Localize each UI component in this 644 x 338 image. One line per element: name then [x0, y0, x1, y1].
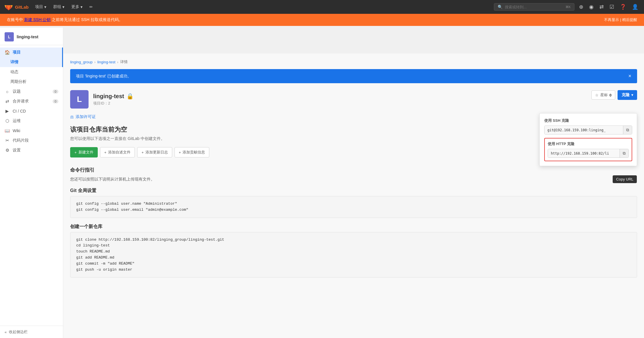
- gitlab-label: GitLab: [15, 5, 29, 10]
- ssh-copy-button[interactable]: ⧉: [623, 126, 632, 134]
- star-icon: ☆: [595, 93, 599, 97]
- project-title: linging-test 🔒: [93, 93, 134, 100]
- sidebar-nav: 🏠 项目 详情 动态 周期分析 ○ 议题 0 ⇄ 合并请求 0: [0, 45, 63, 157]
- collapse-icon: «: [5, 330, 7, 334]
- sidebar-item-activity[interactable]: 动态: [0, 67, 63, 77]
- license-icon: ⚖: [70, 115, 74, 119]
- changelog-plus-icon: +: [141, 150, 144, 155]
- new-repo-title: 创建一个新仓库: [70, 224, 637, 230]
- sidebar-item-project[interactable]: 🏠 项目: [0, 48, 63, 57]
- ssh-url-input[interactable]: [545, 126, 623, 134]
- add-license-label: 添加许可证: [76, 114, 96, 119]
- clone-button[interactable]: 克隆 ▾: [618, 90, 637, 100]
- main-content: linging_group › linging-test › 详情 项目 'li…: [63, 54, 644, 338]
- cmd-section-desc: 您还可以按照以下说明从计算机上传现有文件。: [70, 177, 637, 182]
- issues-badge: 0: [53, 90, 58, 94]
- search-icon: 🔍: [498, 5, 503, 9]
- http-clone-title: 使用 HTTP 克隆: [548, 141, 629, 147]
- nav-more[interactable]: 更多 ▾: [68, 3, 85, 11]
- sidebar-label-details: 详情: [10, 60, 18, 65]
- lock-icon: 🔒: [126, 93, 134, 100]
- sidebar-item-details[interactable]: 详情: [0, 57, 63, 67]
- merge-icon: ⇄: [5, 99, 10, 104]
- user-avatar[interactable]: 👤: [631, 3, 639, 11]
- search-bar: 🔍 ⌘K: [494, 3, 574, 11]
- breadcrumb-group[interactable]: linging_group: [70, 60, 93, 64]
- merge-icon[interactable]: ⇄: [598, 3, 605, 11]
- collapse-label: 收起侧边栏: [9, 329, 28, 335]
- success-alert: 项目 'linging-test' 已创建成功。 ×: [70, 69, 637, 83]
- add-contributing-button[interactable]: + 添加贡献信息: [175, 147, 210, 157]
- sidebar-item-merge[interactable]: ⇄ 合并请求 0: [0, 96, 63, 106]
- add-readme-button[interactable]: + 添加自述文件: [100, 147, 135, 157]
- sidebar-label-issues: 议题: [13, 89, 21, 94]
- project-id: 项目ID：2: [93, 101, 134, 106]
- cicd-icon: ▶: [5, 109, 10, 114]
- breadcrumb-project[interactable]: linging-test: [97, 60, 115, 64]
- star-label: 星标: [600, 92, 608, 98]
- merge-badge: 0: [53, 99, 58, 103]
- sidebar-item-cicd[interactable]: ▶ CI / CD: [0, 106, 63, 116]
- breadcrumb: linging_group › linging-test › 详情: [70, 59, 637, 64]
- new-repo-code: git clone http://192.168.159.100:82/ling…: [70, 232, 637, 278]
- add-changelog-button[interactable]: + 添加更新日志: [137, 147, 172, 157]
- snippets-icon: ✂: [5, 138, 10, 143]
- project-info: L linging-test 🔒 项目ID：2: [70, 90, 134, 109]
- star-count: 0: [610, 93, 612, 97]
- contributing-plus-icon: +: [179, 150, 181, 155]
- readme-plus-icon: +: [104, 150, 107, 155]
- project-name: linging-test: [93, 93, 124, 100]
- issue-icon[interactable]: ◉: [588, 3, 595, 11]
- sidebar-item-snippets[interactable]: ✂ 代码片段: [0, 136, 63, 145]
- sidebar-label-settings: 设置: [13, 148, 21, 153]
- sidebar-label-ops: 运维: [13, 118, 21, 124]
- chevron-down-icon: ▾: [631, 93, 633, 97]
- sidebar-label-cicd: CI / CD: [13, 109, 26, 113]
- breadcrumb-current: 详情: [120, 59, 128, 64]
- wiki-icon: 📖: [5, 128, 10, 133]
- navbar: GitLab 项目 ▾ 群组 ▾ 更多 ▾ ✏ 🔍 ⌘K ⊕ ◉ ⇄ ☑ ❓ 👤: [0, 0, 644, 14]
- nav-pen[interactable]: ✏: [87, 3, 96, 11]
- navbar-icons: ⊕ ◉ ⇄ ☑ ❓ 👤: [578, 3, 639, 11]
- new-file-button[interactable]: + 新建文件: [70, 147, 98, 157]
- ops-icon: ⬡: [5, 118, 10, 124]
- issues-icon: ○: [5, 89, 10, 94]
- sidebar-item-ops[interactable]: ⬡ 运维: [0, 116, 63, 126]
- banner-dismiss[interactable]: 不再显示 | 稍后提醒: [604, 17, 637, 22]
- http-url-row: ⧉: [548, 149, 629, 158]
- help-icon[interactable]: ❓: [619, 3, 627, 11]
- sidebar-item-wiki[interactable]: 📖 Wiki: [0, 126, 63, 136]
- clone-dropdown: 使用 SSH 克隆 ⧉ 使用 HTTP 克隆 ⧉ Copy URL: [539, 113, 637, 166]
- http-url-input[interactable]: [548, 149, 620, 157]
- git-global-code: git config --global user.name "Administr…: [70, 196, 637, 218]
- plus-icon: +: [74, 150, 77, 155]
- alert-close-btn[interactable]: ×: [628, 73, 631, 79]
- sidebar-item-issues[interactable]: ○ 议题 0: [0, 87, 63, 96]
- project-avatar: L: [70, 90, 89, 109]
- sidebar-label-snippets: 代码片段: [13, 138, 29, 143]
- http-clone-section: 使用 HTTP 克隆 ⧉: [544, 138, 632, 161]
- banner-ssh-link[interactable]: 新建 SSH 公钥: [24, 17, 51, 22]
- todo-icon[interactable]: ☑: [608, 3, 615, 11]
- sidebar-label-merge: 合并请求: [13, 99, 29, 104]
- nav-groups[interactable]: 群组 ▾: [50, 3, 67, 11]
- add-icon[interactable]: ⊕: [578, 3, 584, 11]
- sidebar-project-avatar: L: [5, 32, 14, 41]
- sidebar-label-wiki: Wiki: [13, 128, 20, 133]
- gitlab-logo[interactable]: GitLab: [5, 3, 29, 11]
- layout: L linging-test 🏠 项目 详情 动态 周期分析 ○ 议题 0: [0, 26, 644, 338]
- sidebar-item-cycle[interactable]: 周期分析: [0, 77, 63, 87]
- sidebar: L linging-test 🏠 项目 详情 动态 周期分析 ○ 议题 0: [0, 28, 63, 338]
- search-input[interactable]: [505, 5, 562, 9]
- navbar-menu: 项目 ▾ 群组 ▾ 更多 ▾ ✏: [32, 3, 491, 11]
- nav-projects[interactable]: 项目 ▾: [32, 3, 49, 11]
- sidebar-label-cycle: 周期分析: [10, 79, 26, 84]
- project-header: L linging-test 🔒 项目ID：2 ☆ 星标 0 克隆: [70, 90, 637, 109]
- http-copy-button[interactable]: ⧉: [620, 149, 628, 157]
- sidebar-project-header: L linging-test: [0, 28, 63, 45]
- star-button[interactable]: ☆ 星标 0: [591, 90, 615, 100]
- sidebar-item-settings[interactable]: ⚙ 设置: [0, 145, 63, 155]
- ssh-clone-title: 使用 SSH 克隆: [544, 118, 632, 123]
- sidebar-collapse-btn[interactable]: « 收起侧边栏: [0, 326, 63, 338]
- clone-area: ☆ 星标 0 克隆 ▾: [591, 90, 637, 100]
